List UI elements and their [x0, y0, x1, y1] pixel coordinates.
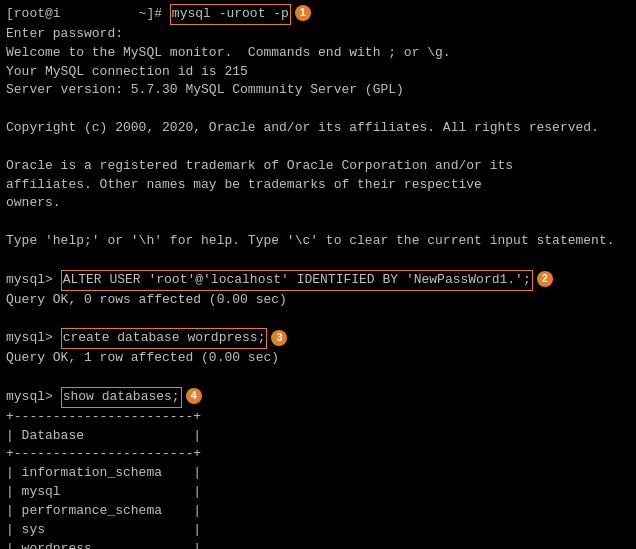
enter-password: Enter password:: [6, 25, 630, 44]
badge-1: 1: [295, 5, 311, 21]
welcome2: Your MySQL connection id is 215: [6, 63, 630, 82]
blank2: [6, 138, 630, 157]
help1: Type 'help;' or '\h' for help. Type '\c'…: [6, 232, 630, 251]
table-top: +-----------------------+: [6, 408, 630, 427]
line-cmd2: mysql> ALTER USER 'root'@'localhost' IDE…: [6, 270, 630, 291]
oracle2: affiliates. Other names may be trademark…: [6, 176, 630, 195]
badge-4: 4: [186, 388, 202, 404]
blank1: [6, 100, 630, 119]
oracle3: owners.: [6, 194, 630, 213]
cmd4-highlight: show databases;: [61, 387, 182, 408]
prompt3: mysql>: [6, 329, 53, 348]
db4: | sys |: [6, 521, 630, 540]
queryok2: Query OK, 1 row affected (0.00 sec): [6, 349, 630, 368]
welcome1: Welcome to the MySQL monitor. Commands e…: [6, 44, 630, 63]
db2: | mysql |: [6, 483, 630, 502]
db3: | performance_schema |: [6, 502, 630, 521]
line-cmd3: mysql> create database wordpress; 3: [6, 328, 630, 349]
oracle1: Oracle is a registered trademark of Orac…: [6, 157, 630, 176]
cmd2-highlight: ALTER USER 'root'@'localhost' IDENTIFIED…: [61, 270, 533, 291]
db5: | wordpress |: [6, 540, 630, 549]
blank3: [6, 213, 630, 232]
queryok1: Query OK, 0 rows affected (0.00 sec): [6, 291, 630, 310]
terminal: [root@i ~]# mysql -uroot -p 1 Enter pass…: [0, 0, 636, 549]
badge-2: 2: [537, 271, 553, 287]
cmd3-highlight: create database wordpress;: [61, 328, 268, 349]
blank5: [6, 310, 630, 329]
table-header: | Database |: [6, 427, 630, 446]
line-cmd4: mysql> show databases; 4: [6, 387, 630, 408]
prompt2: mysql>: [6, 271, 53, 290]
header-prompt: [root@i ~]#: [6, 5, 162, 24]
db1: | information_schema |: [6, 464, 630, 483]
badge-3: 3: [271, 330, 287, 346]
blank6: [6, 368, 630, 387]
welcome3: Server version: 5.7.30 MySQL Community S…: [6, 81, 630, 100]
blank4: [6, 251, 630, 270]
cmd1-highlight: mysql -uroot -p: [170, 4, 291, 25]
copyright: Copyright (c) 2000, 2020, Oracle and/or …: [6, 119, 630, 138]
line-header: [root@i ~]# mysql -uroot -p 1: [6, 4, 630, 25]
table-divider: +-----------------------+: [6, 445, 630, 464]
prompt4: mysql>: [6, 388, 53, 407]
